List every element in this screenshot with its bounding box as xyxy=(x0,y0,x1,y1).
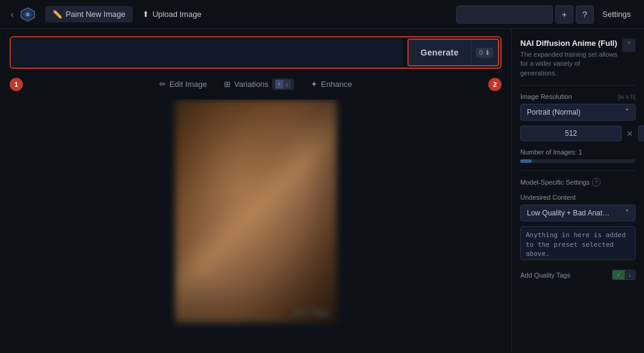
add-button[interactable]: + xyxy=(555,5,573,24)
undesired-chevron-icon: ˅ xyxy=(625,209,629,217)
count-value: 0 xyxy=(479,49,483,56)
brush-icon: ✏️ xyxy=(53,10,62,19)
pencil-icon: ✏ xyxy=(159,80,166,89)
app-logo xyxy=(20,7,36,22)
help-button[interactable]: ? xyxy=(576,5,594,24)
badge-2: 2 xyxy=(488,78,502,91)
image-preview: @51CTO客服 xyxy=(175,100,337,323)
quality-tags-toggle[interactable]: ✓ ↓ xyxy=(612,270,636,280)
canvas-area: @51CTO客服 xyxy=(10,100,502,346)
num-images-label: Number of Images: 1 xyxy=(520,148,636,156)
toolbar: 1 ✏ Edit Image ⊞ Variations ↑ ↓ ✦ Enhanc… xyxy=(10,76,502,92)
collapse-button[interactable]: ˅ xyxy=(622,39,636,52)
center-area: Generate 0 ⬇ 1 ✏ Edit Image ⊞ Variations xyxy=(0,29,511,353)
settings-link[interactable]: Settings xyxy=(596,7,637,21)
main-layout: Generate 0 ⬇ 1 ✏ Edit Image ⊞ Variations xyxy=(0,29,644,353)
undesired-preset-value: Low Quality + Bad Anat… xyxy=(527,209,610,217)
back-arrow[interactable]: ‹ xyxy=(7,7,18,22)
model-header: NAI Diffusion Anime (Full) The expanded … xyxy=(520,39,636,78)
times-icon: ✕ xyxy=(626,129,633,138)
upload-icon: ⬆ xyxy=(142,10,149,19)
variations-toggle[interactable]: ↑ ↓ xyxy=(272,78,294,90)
svg-point-2 xyxy=(26,13,30,16)
upload-image-button[interactable]: ⬆ Upload Image xyxy=(135,6,209,22)
prompt-bar: Generate 0 ⬇ xyxy=(10,36,502,69)
divider-2 xyxy=(520,170,636,171)
undesired-dropdown[interactable]: Low Quality + Bad Anat… ˅ xyxy=(520,205,636,221)
generate-button[interactable]: Generate xyxy=(409,40,471,65)
generate-button-wrapper: Generate 0 ⬇ xyxy=(407,39,499,66)
generate-count: 0 ⬇ xyxy=(471,40,498,65)
search-input[interactable] xyxy=(456,5,553,24)
quality-tags-label: Add Quality Tags xyxy=(520,272,570,279)
resolution-hint: [w x h] xyxy=(618,94,636,100)
prompt-input[interactable] xyxy=(12,39,403,66)
width-input[interactable] xyxy=(520,126,622,141)
variations-label: Variations xyxy=(234,80,269,89)
num-images-value: 1 xyxy=(579,148,582,156)
undesired-label: Undesired Content xyxy=(520,194,636,201)
paint-new-button[interactable]: ✏️ Paint New Image xyxy=(45,6,133,22)
enhance-icon: ✦ xyxy=(311,80,317,89)
info-icon[interactable]: ? xyxy=(592,178,601,186)
resolution-section: Image Resolution [w x h] Portrait (Norma… xyxy=(520,93,636,141)
model-info: NAI Diffusion Anime (Full) The expanded … xyxy=(520,39,617,78)
enhance-button[interactable]: ✦ Enhance xyxy=(305,77,358,91)
resolution-preset-value: Portrait (Normal) xyxy=(527,108,581,116)
height-input[interactable] xyxy=(638,126,644,141)
count-badge: 0 ⬇ xyxy=(476,48,493,58)
variations-icon: ⊞ xyxy=(224,80,231,89)
resolution-inputs: ✕ xyxy=(520,126,636,141)
top-nav: ‹ ✏️ Paint New Image ⬆ Upload Image + ? … xyxy=(0,0,644,29)
undesired-textarea[interactable]: Anything in here is added to the preset … xyxy=(520,226,636,260)
resolution-label: Image Resolution [w x h] xyxy=(520,93,636,100)
num-images-section: Number of Images: 1 xyxy=(520,148,636,163)
badge-1: 1 xyxy=(10,78,23,91)
model-name: NAI Diffusion Anime (Full) xyxy=(520,39,617,48)
model-specific-label: Model-Specific Settings xyxy=(520,179,590,186)
lightning-icon: ⬇ xyxy=(485,49,490,57)
toggle-up[interactable]: ↑ xyxy=(275,80,283,89)
quality-tags-on-button[interactable]: ✓ xyxy=(613,270,625,279)
edit-label: Edit Image xyxy=(170,80,207,89)
right-sidebar: NAI Diffusion Anime (Full) The expanded … xyxy=(511,29,644,353)
num-images-slider[interactable] xyxy=(520,159,636,163)
toggle-down[interactable]: ↓ xyxy=(283,80,291,89)
enhance-label: Enhance xyxy=(321,80,352,89)
resolution-preset-dropdown[interactable]: Portrait (Normal) ˅ xyxy=(520,104,636,121)
upload-label: Upload Image xyxy=(153,10,202,19)
slider-fill xyxy=(520,159,532,163)
model-desc: The expanded training set allows for a w… xyxy=(520,50,617,78)
variations-button[interactable]: ⊞ Variations ↑ ↓ xyxy=(218,76,300,92)
edit-image-button[interactable]: ✏ Edit Image xyxy=(153,77,213,91)
model-specific-section: Model-Specific Settings ? xyxy=(520,178,636,186)
paint-new-label: Paint New Image xyxy=(66,10,126,19)
undesired-section: Undesired Content Low Quality + Bad Anat… xyxy=(520,194,636,262)
quality-tags-off-button[interactable]: ↓ xyxy=(625,270,635,279)
watermark: @51CTO客服 xyxy=(289,308,331,318)
chevron-down-icon: ˅ xyxy=(625,108,629,116)
divider-1 xyxy=(520,85,636,86)
quality-tags-row: Add Quality Tags ✓ ↓ xyxy=(520,270,636,280)
